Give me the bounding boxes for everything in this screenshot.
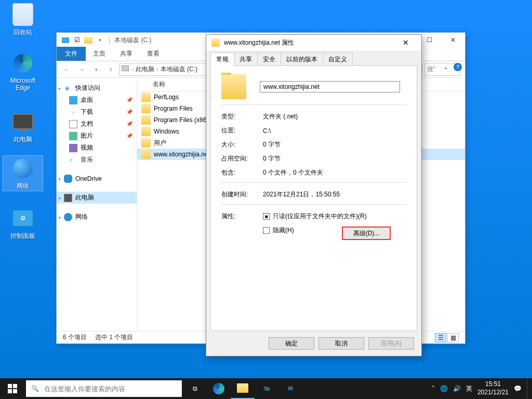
action-center-icon[interactable]: 💬 xyxy=(514,385,522,392)
svg-rect-0 xyxy=(8,384,12,388)
nav-quick-music[interactable]: ♪音乐 xyxy=(57,154,137,166)
windows-icon xyxy=(8,384,17,393)
prop-value: 2021年12月21日，15:50:55 xyxy=(263,190,340,199)
tray-overflow-icon[interactable]: ˄ xyxy=(432,385,435,392)
qat-properties-icon[interactable]: ☑ xyxy=(72,35,82,45)
onedrive-icon xyxy=(64,175,72,183)
tab-previous[interactable]: 以前的版本 xyxy=(281,52,323,66)
ribbon-tab-view[interactable]: 查看 xyxy=(140,47,167,61)
nav-quick-videos[interactable]: 视频 xyxy=(57,142,137,154)
folder-icon xyxy=(141,127,151,136)
nav-up-button[interactable]: ↑ xyxy=(104,63,117,76)
show-desktop-button[interactable] xyxy=(527,378,530,399)
taskbar: 🔍 ⧉ 🛍 ✉ ˄ 🌐 🔊 英 15:51 2021/12/21 💬 xyxy=(0,378,532,399)
ribbon-expand-icon[interactable]: ⌄ xyxy=(443,63,448,71)
breadcrumb-seg[interactable]: 本地磁盘 (C:) xyxy=(161,65,197,74)
ribbon-tab-share[interactable]: 共享 xyxy=(113,47,140,61)
desktop-icon-this-pc[interactable]: 此电脑 xyxy=(3,109,43,144)
prop-value: 文件夹 (.net) xyxy=(263,112,298,121)
readonly-checkbox[interactable]: ■只读(仅应用于文件夹中的文件)(R) xyxy=(263,212,406,221)
properties-dialog: www.xitongzhijia.net 属性 ✕ 常规 共享 安全 以前的版本… xyxy=(206,34,422,356)
desktop-icon-edge[interactable]: Microsoft Edge xyxy=(3,51,43,91)
desktop-icon-control-panel[interactable]: ⚙ 控制面板 xyxy=(3,206,43,241)
desktop-icon-label: 网络 xyxy=(3,182,43,191)
advanced-button[interactable]: 高级(D)... xyxy=(342,227,391,240)
dialog-titlebar[interactable]: www.xitongzhijia.net 属性 ✕ xyxy=(206,35,421,50)
help-icon[interactable]: ? xyxy=(454,63,462,71)
desktop-icon-recycle-bin[interactable]: 回收站 xyxy=(3,2,43,37)
nav-quick-documents[interactable]: 文档📌 xyxy=(57,118,137,130)
nav-forward-button[interactable]: → xyxy=(75,63,88,76)
folder-icon xyxy=(211,38,220,47)
nav-quick-downloads[interactable]: ↓下载📌 xyxy=(57,106,137,118)
drive-icon xyxy=(122,65,130,74)
apply-button[interactable]: 应用(A) xyxy=(368,337,414,350)
svg-rect-1 xyxy=(13,384,17,388)
nav-pane: ★快速访问 桌面📌 ↓下载📌 文档📌 图片📌 视频 ♪音乐 OneDrive 此… xyxy=(57,78,137,341)
system-tray: ˄ 🌐 🔊 英 15:51 2021/12/21 💬 xyxy=(432,378,532,399)
desktop-icon-label: 回收站 xyxy=(3,28,43,37)
music-icon: ♪ xyxy=(69,156,77,164)
status-count: 6 个项目 xyxy=(63,333,87,342)
breadcrumb-seg[interactable]: 此电脑 xyxy=(136,65,154,74)
taskbar-app-mail[interactable]: ✉ xyxy=(278,378,302,399)
folder-icon xyxy=(141,104,151,113)
pin-icon: 📌 xyxy=(126,133,132,139)
ribbon-file-tab[interactable]: 文件 xyxy=(57,47,86,61)
close-button[interactable]: ✕ xyxy=(441,33,465,47)
nav-this-pc[interactable]: 此电脑 xyxy=(57,192,137,204)
search-input[interactable] xyxy=(44,385,177,393)
folder-name-input[interactable] xyxy=(260,81,400,92)
clock[interactable]: 15:51 2021/12/21 xyxy=(477,380,509,396)
edge-icon xyxy=(213,383,224,394)
qat-customize-icon[interactable]: ▾ xyxy=(95,35,104,45)
task-view-button[interactable]: ⧉ xyxy=(183,378,207,399)
dialog-close-button[interactable]: ✕ xyxy=(395,35,416,50)
store-icon: 🛍 xyxy=(263,385,270,392)
desktop-icon xyxy=(69,96,77,104)
volume-icon[interactable]: 🔊 xyxy=(453,385,461,392)
tab-general[interactable]: 常规 xyxy=(210,52,234,66)
prop-label: 大小: xyxy=(221,140,263,149)
prop-value: 0 字节 xyxy=(263,154,281,163)
prop-label: 类型: xyxy=(221,112,263,121)
nav-recent-button[interactable]: ▾ xyxy=(90,63,102,76)
tab-sharing[interactable]: 共享 xyxy=(234,52,258,66)
folder-icon xyxy=(141,150,151,159)
nav-back-button[interactable]: ← xyxy=(61,63,73,76)
cancel-button[interactable]: 取消 xyxy=(318,337,364,350)
network-icon xyxy=(13,158,33,178)
recycle-bin-icon xyxy=(12,3,33,26)
taskbar-app-store[interactable]: 🛍 xyxy=(255,378,278,399)
view-details-button[interactable]: ☰ xyxy=(435,333,446,342)
start-button[interactable] xyxy=(0,378,25,399)
network-icon xyxy=(64,213,72,221)
prop-value: C:\ xyxy=(263,127,271,135)
nav-network[interactable]: 网络 xyxy=(57,211,137,223)
svg-rect-3 xyxy=(13,389,17,393)
pc-icon xyxy=(12,114,33,129)
desktop-icon-network[interactable]: 网络 xyxy=(3,156,43,191)
nav-onedrive[interactable]: OneDrive xyxy=(57,173,137,184)
prop-label: 创建时间: xyxy=(221,190,263,199)
dialog-tabs: 常规 共享 安全 以前的版本 自定义 xyxy=(206,50,421,66)
mail-icon: ✉ xyxy=(288,385,293,392)
taskbar-search[interactable]: 🔍 xyxy=(26,380,182,397)
checkbox-icon: ■ xyxy=(263,213,270,220)
nav-quick-desktop[interactable]: 桌面📌 xyxy=(57,94,137,106)
pictures-icon xyxy=(69,132,77,140)
clock-date: 2021/12/21 xyxy=(477,389,509,397)
ime-indicator[interactable]: 英 xyxy=(466,384,472,393)
view-icons-button[interactable]: ▦ xyxy=(447,333,459,342)
network-icon[interactable]: 🌐 xyxy=(440,385,448,392)
tab-security[interactable]: 安全 xyxy=(257,52,281,66)
edge-icon xyxy=(14,54,32,73)
tab-customize[interactable]: 自定义 xyxy=(323,52,353,66)
nav-quick-access[interactable]: ★快速访问 xyxy=(57,82,137,94)
qat-newfolder-icon[interactable] xyxy=(84,35,93,45)
ok-button[interactable]: 确定 xyxy=(269,337,314,350)
taskbar-app-explorer[interactable] xyxy=(231,378,255,399)
ribbon-tab-home[interactable]: 主页 xyxy=(86,47,113,61)
taskbar-app-edge[interactable] xyxy=(207,378,231,399)
nav-quick-pictures[interactable]: 图片📌 xyxy=(57,130,137,142)
